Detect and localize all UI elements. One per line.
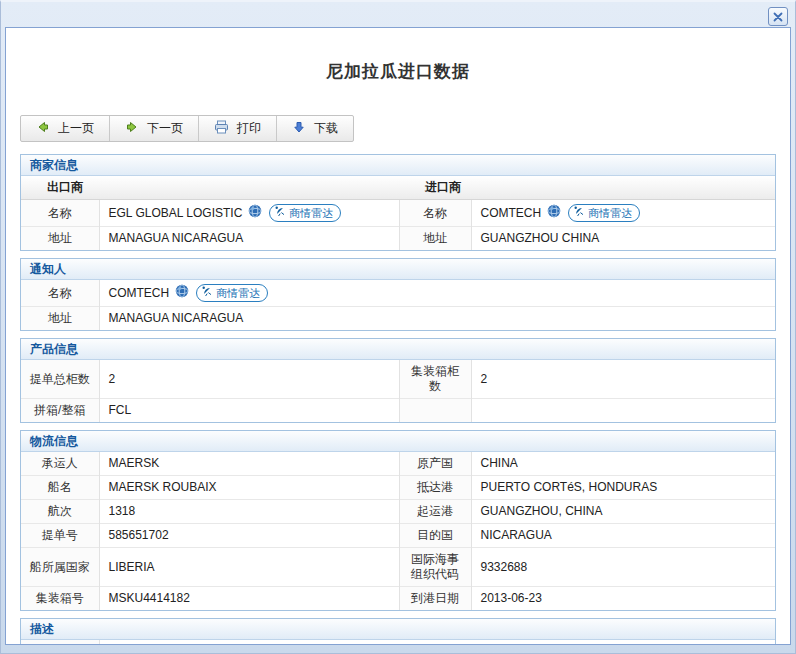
radar-dish-icon [573, 205, 585, 221]
radar-badge-label: 商情雷达 [216, 286, 260, 301]
field-label: 提单号 [21, 524, 99, 548]
field-label: 集装箱号 [21, 587, 99, 611]
next-page-button[interactable]: 下一页 [110, 116, 199, 141]
field-label: 船名 [21, 476, 99, 500]
radar-badge[interactable]: 商情雷达 [568, 204, 640, 222]
table-row: 名称 COMTECH商情雷达 [21, 280, 775, 307]
table-row: 航次 1318 起运港 GUANGZHOU, CHINA [21, 500, 775, 524]
importer-header: 进口商 [399, 176, 775, 200]
table-row: 承运人 MAERSK 原产国 CHINA [21, 452, 775, 476]
pager-toolbar: 上一页 下一页 打印 [20, 115, 354, 142]
exporter-name: EGL GLOBAL LOGISTIC [109, 206, 243, 220]
radar-badge-label: 商情雷达 [588, 206, 632, 221]
arrow-left-icon [36, 120, 50, 137]
notify-name-cell: COMTECH商情雷达 [99, 280, 775, 307]
table-row: 名称 EGL GLOBAL LOGISTIC商情雷达 名称 COMTECH商情雷… [21, 200, 775, 227]
field-value: GUANGZHOU, CHINA [471, 500, 775, 524]
radar-badge-label: 商情雷达 [289, 206, 333, 221]
field-value: 9332688 [471, 548, 775, 587]
field-label: 船所属国家 [21, 548, 99, 587]
exporter-name-cell: EGL GLOBAL LOGISTIC商情雷达 [99, 200, 399, 227]
section-notify-party: 通知人 名称 COMTECH商情雷达 地址 MANAGUA NICARAGUA [20, 258, 776, 331]
radar-dish-icon [201, 285, 213, 301]
description-table: 产品描述 SISTEMAS DE PODER [21, 640, 775, 645]
exporter-address: MANAGUA NICARAGUA [99, 227, 399, 251]
prev-page-button[interactable]: 上一页 [21, 116, 110, 141]
importer-address: GUANGZHOU CHINA [471, 227, 775, 251]
section-header: 物流信息 [21, 431, 775, 452]
exporter-header: 出口商 [21, 176, 399, 200]
field-value: FCL [99, 399, 399, 423]
field-label: 地址 [399, 227, 471, 251]
table-row: 提单号 585651702 目的国 NICARAGUA [21, 524, 775, 548]
table-row: 提单总柜数 2 集装箱柜数 2 [21, 360, 775, 399]
field-label: 名称 [399, 200, 471, 227]
field-label: 航次 [21, 500, 99, 524]
section-header: 产品信息 [21, 339, 775, 360]
radar-dish-icon [274, 205, 286, 221]
table-row: 集装箱号 MSKU4414182 到港日期 2013-06-23 [21, 587, 775, 611]
field-value: PUERTO CORTéS, HONDURAS [471, 476, 775, 500]
product-table: 提单总柜数 2 集装箱柜数 2 拼箱/整箱 FCL [21, 360, 775, 422]
notify-name: COMTECH [109, 286, 170, 300]
field-label: 抵达港 [399, 476, 471, 500]
download-label: 下载 [314, 120, 338, 137]
printer-icon [214, 120, 229, 137]
field-label: 承运人 [21, 452, 99, 476]
globe-icon[interactable] [175, 284, 189, 302]
importer-name-cell: COMTECH商情雷达 [471, 200, 775, 227]
table-row: 船所属国家 LIBERIA 国际海事组织代码 9332688 [21, 548, 775, 587]
table-row: 产品描述 SISTEMAS DE PODER [21, 640, 775, 645]
close-button[interactable] [768, 7, 788, 26]
field-value: 2 [99, 360, 399, 399]
table-row: 出口商 进口商 [21, 176, 775, 200]
field-label: 到港日期 [399, 587, 471, 611]
field-value: NICARAGUA [471, 524, 775, 548]
field-label: 名称 [21, 200, 99, 227]
field-value: CHINA [471, 452, 775, 476]
print-button[interactable]: 打印 [199, 116, 277, 141]
product-description: SISTEMAS DE PODER [99, 640, 775, 645]
table-row: 地址 MANAGUA NICARAGUA [21, 307, 775, 331]
notify-table: 名称 COMTECH商情雷达 地址 MANAGUA NICARAGUA [21, 280, 775, 330]
importer-name: COMTECH [481, 206, 542, 220]
logistics-table: 承运人 MAERSK 原产国 CHINA 船名 MAERSK ROUBAIX 抵… [21, 452, 775, 610]
field-label: 起运港 [399, 500, 471, 524]
field-label: 提单总柜数 [21, 360, 99, 399]
dialog-window: 尼加拉瓜进口数据 上一页 下一页 [0, 0, 796, 654]
notify-address: MANAGUA NICARAGUA [99, 307, 775, 331]
field-value: LIBERIA [99, 548, 399, 587]
field-label: 集装箱柜数 [399, 360, 471, 399]
field-label: 拼箱/整箱 [21, 399, 99, 423]
field-value: 2013-06-23 [471, 587, 775, 611]
field-label: 国际海事组织代码 [399, 548, 471, 587]
globe-icon[interactable] [547, 204, 561, 222]
globe-icon[interactable] [248, 204, 262, 222]
table-row: 拼箱/整箱 FCL [21, 399, 775, 423]
field-value: 1318 [99, 500, 399, 524]
field-value: MAERSK [99, 452, 399, 476]
field-label: 产品描述 [21, 640, 99, 645]
field-label: 原产国 [399, 452, 471, 476]
field-label: 目的国 [399, 524, 471, 548]
section-header: 描述 [21, 619, 775, 640]
section-merchant-info: 商家信息 出口商 进口商 名称 EGL GLOBAL LOGISTIC商情雷达 … [20, 154, 776, 251]
field-value: MSKU4414182 [99, 587, 399, 611]
download-button[interactable]: 下载 [277, 116, 353, 141]
section-logistics-info: 物流信息 承运人 MAERSK 原产国 CHINA 船名 MAERSK ROUB… [20, 430, 776, 611]
table-row: 船名 MAERSK ROUBAIX 抵达港 PUERTO CORTéS, HON… [21, 476, 775, 500]
table-row: 地址 MANAGUA NICARAGUA 地址 GUANGZHOU CHINA [21, 227, 775, 251]
field-label: 地址 [21, 307, 99, 331]
print-label: 打印 [237, 120, 261, 137]
section-header: 商家信息 [21, 155, 775, 176]
section-description: 描述 产品描述 SISTEMAS DE PODER [20, 618, 776, 645]
arrow-down-icon [292, 120, 306, 137]
page-title: 尼加拉瓜进口数据 [6, 60, 790, 83]
section-product-info: 产品信息 提单总柜数 2 集装箱柜数 2 拼箱/整箱 FCL [20, 338, 776, 423]
field-label: 地址 [21, 227, 99, 251]
prev-page-label: 上一页 [58, 120, 94, 137]
field-value: MAERSK ROUBAIX [99, 476, 399, 500]
radar-badge[interactable]: 商情雷达 [196, 284, 268, 302]
radar-badge[interactable]: 商情雷达 [269, 204, 341, 222]
field-value: 585651702 [99, 524, 399, 548]
